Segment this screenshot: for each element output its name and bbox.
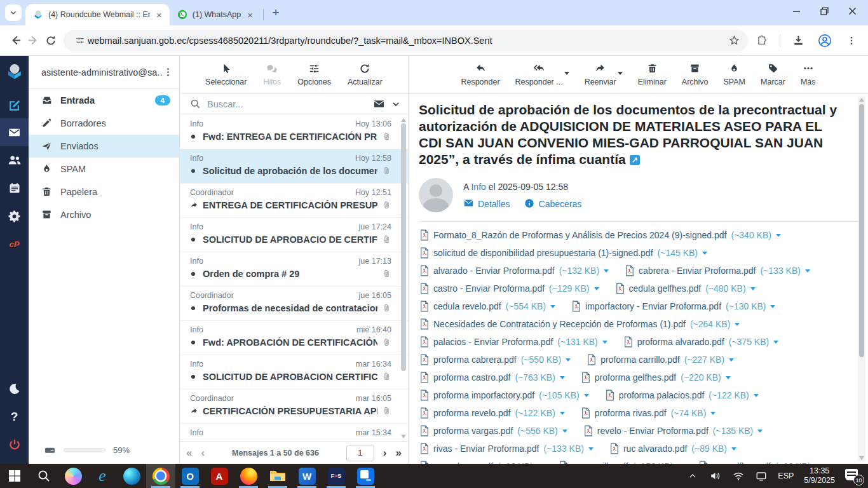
attachment-name[interactable]: proforma imporfactory.pdf <box>433 390 534 400</box>
attachment-item[interactable]: rivas - Enviar Proforma.pdf (~133 KB) <box>420 440 593 458</box>
attachment-name[interactable]: proforma revelo.pdf <box>433 408 510 418</box>
profile-avatar-icon[interactable] <box>816 32 834 50</box>
taskbar-internet-explorer-icon[interactable]: e <box>88 464 117 488</box>
attachment-item[interactable]: proforma palacios.pdf (~122 KB) <box>606 386 759 404</box>
attachment-menu-caret-icon[interactable] <box>710 412 715 417</box>
attachment-name[interactable]: Formato_8_Razón de Proformas y Análisis … <box>433 230 726 240</box>
attachment-menu-caret-icon[interactable] <box>750 287 756 293</box>
attachment-menu-caret-icon[interactable] <box>588 447 593 453</box>
attachment-item[interactable]: proforma carrillo.pdf (~227 KB) <box>587 351 734 369</box>
attachment-name[interactable]: ruc alvarado.pdf <box>623 444 687 454</box>
message-row[interactable]: Coordinador jue 16:05 Proformas de neces… <box>180 287 408 321</box>
message-status-icon[interactable] <box>190 135 198 139</box>
attachment-menu-caret-icon[interactable] <box>776 234 781 240</box>
attachment-item[interactable]: alvarado - Enviar Proforma.pdf (~132 KB) <box>420 262 609 280</box>
taskbar-search-button[interactable] <box>29 464 58 488</box>
volume-icon[interactable] <box>709 470 722 482</box>
attachment-name[interactable]: proforma alvarado.pdf <box>637 337 724 347</box>
action-link-detalles[interactable]: Detalles <box>463 198 510 209</box>
message-row[interactable]: Coordinador mar 16:05 CERTIFICACIÓN PRES… <box>180 390 408 424</box>
attachment-item[interactable]: cedula gelfhes.pdf (~480 KB) <box>616 280 756 297</box>
folder-item-borradores[interactable]: Borradores <box>29 112 179 135</box>
taskbar-firefox-icon[interactable] <box>234 464 263 488</box>
attachment-item[interactable]: revelo - Enviar Proforma.pdf (~135 KB) <box>584 422 763 440</box>
taskbar-fes-app-icon[interactable]: F≈S <box>322 464 351 488</box>
attachment-item[interactable]: proforma alvarado.pdf (~375 KB) <box>624 333 778 351</box>
calendar-nav-button[interactable] <box>0 174 29 202</box>
message-status-icon[interactable] <box>190 169 198 173</box>
taskbar-file-explorer-icon[interactable] <box>263 464 292 488</box>
message-status-icon[interactable] <box>190 238 198 241</box>
close-button[interactable] <box>848 6 857 15</box>
attachment-menu-caret-icon[interactable] <box>584 394 589 400</box>
open-in-new-window-icon[interactable] <box>630 155 640 165</box>
action-link-cabeceras[interactable]: Cabeceras <box>524 198 582 209</box>
recipient-link[interactable]: Info <box>471 182 485 192</box>
folder-item-archivo[interactable]: Archivo <box>29 203 179 226</box>
last-page-icon[interactable]: » <box>396 447 402 459</box>
search-scope-mail-icon[interactable] <box>373 98 385 110</box>
message-status-icon[interactable] <box>190 272 198 276</box>
message-status-icon[interactable] <box>190 407 198 415</box>
url-text[interactable]: webmail.sanjuan.gob.ec/cpsess4685020211/… <box>88 36 725 46</box>
attachment-name[interactable]: palacios - Enviar Proforma.pdf <box>433 337 553 347</box>
message-row[interactable]: Info jue 17:13 Orden de compra # 29 <box>180 252 408 287</box>
attachment-menu-caret-icon[interactable] <box>562 430 567 435</box>
message-row[interactable]: Info Hoy 13:06 Fwd: ENTREGA DE CERTIFICA… <box>180 115 408 149</box>
toolbar-button-trash[interactable]: Eliminar <box>638 63 667 86</box>
next-page-icon[interactable]: › <box>383 447 387 459</box>
address-bar[interactable]: webmail.sanjuan.gob.ec/cpsess4685020211/… <box>64 30 748 51</box>
search-input[interactable] <box>207 99 367 109</box>
new-tab-button[interactable]: + <box>268 4 284 21</box>
browser-menu-icon[interactable] <box>843 32 860 50</box>
message-row[interactable]: Info Hoy 12:58 Solicitud de aprobación d… <box>180 149 408 184</box>
dropdown-caret-icon[interactable] <box>564 72 569 78</box>
message-status-icon[interactable] <box>190 375 198 379</box>
account-menu-icon[interactable] <box>163 67 173 77</box>
message-status-icon[interactable] <box>190 306 198 310</box>
attachment-item[interactable]: proforma imporfactory.pdf (~105 KB) <box>420 386 589 404</box>
attachment-name[interactable]: proforma cabrera.pdf <box>433 355 517 365</box>
message-row[interactable]: Info mar 16:34 SOLICITUD DE APROBACION C… <box>180 355 408 390</box>
site-info-icon[interactable] <box>72 32 88 50</box>
message-row[interactable]: Info jue 17:24 SOLICITUD DE APROBACIO DE… <box>180 218 408 252</box>
attachment-item[interactable]: proforma cabrera.pdf (~550 KB) <box>420 351 571 369</box>
attachment-menu-caret-icon[interactable] <box>560 376 565 382</box>
contacts-nav-button[interactable] <box>0 146 29 174</box>
message-status-icon[interactable] <box>190 341 198 344</box>
attachment-item[interactable]: imporfactory - Enviar Proforma.pdf (~130… <box>572 297 775 315</box>
dark-mode-button[interactable] <box>0 375 29 403</box>
attachment-menu-caret-icon[interactable] <box>770 305 775 311</box>
attachment-menu-caret-icon[interactable] <box>735 323 740 329</box>
attachment-name[interactable]: cedula gelfhes.pdf <box>629 283 702 294</box>
attachment-item[interactable]: ruc alvarado.pdf (~89 KB) <box>610 440 736 458</box>
message-status-icon[interactable] <box>190 201 198 209</box>
search-options-chevron-icon[interactable] <box>391 100 400 109</box>
attachment-item[interactable]: solicitud de disponibilidad presupuestar… <box>420 244 707 262</box>
folder-item-papelera[interactable]: Papelera <box>29 180 179 203</box>
attachment-menu-caret-icon[interactable] <box>594 287 599 293</box>
meet-now-icon[interactable] <box>755 470 768 482</box>
toolbar-button-forward[interactable]: Reenviar <box>585 63 616 86</box>
folder-item-enviados[interactable]: Enviados <box>29 135 179 158</box>
attachment-menu-caret-icon[interactable] <box>773 341 778 346</box>
folder-item-spam[interactable]: SPAM <box>29 158 179 180</box>
toolbar-button-threads[interactable]: Hilos <box>263 63 281 86</box>
tab-close-icon[interactable]: × <box>155 10 163 20</box>
attachment-name[interactable]: proforma carrillo.pdf <box>600 355 680 365</box>
forward-button[interactable] <box>24 32 42 50</box>
notification-center-icon[interactable]: 10 <box>845 468 862 484</box>
toolbar-button-cursor[interactable]: Seleccionar <box>205 63 247 86</box>
message-list-scrollbar[interactable] <box>400 117 407 440</box>
wifi-icon[interactable] <box>732 470 745 482</box>
tab-search-button[interactable] <box>5 4 22 21</box>
toolbar-button-tune[interactable]: Opciones <box>297 63 331 86</box>
mail-nav-button[interactable] <box>0 118 29 146</box>
toolbar-button-reply[interactable]: Responder <box>461 63 499 86</box>
taskbar-chrome-icon[interactable] <box>146 464 175 488</box>
prev-page-icon[interactable]: ‹ <box>201 447 205 459</box>
attachment-item[interactable]: palacios - Enviar Proforma.pdf (~131 KB) <box>420 333 607 351</box>
back-button[interactable] <box>6 32 24 50</box>
keyboard-language[interactable]: ESP <box>778 471 794 480</box>
attachment-item[interactable]: proforma vargas.pdf (~556 KB) <box>420 422 567 440</box>
